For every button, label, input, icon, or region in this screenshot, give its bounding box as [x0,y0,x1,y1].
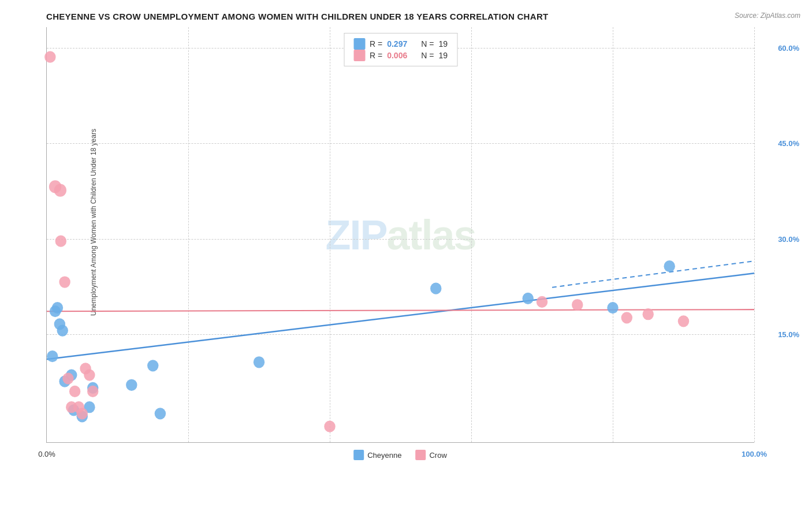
grid-line-45 [47,143,754,144]
chart-title: CHEYENNE VS CROW UNEMPLOYMENT AMONG WOME… [12,12,800,21]
legend-box: R = 0.297 N = 19 R = 0.006 N = 19 [344,33,457,66]
crow-point [537,296,547,308]
crow-point [678,315,689,327]
bottom-legend: Cheyenne Crow [353,450,447,460]
cheyenne-point [66,369,77,380]
legend-r-value-1: 0.297 [387,39,407,48]
grid-line-v3 [471,27,472,442]
crow-trend-line [47,309,754,311]
legend-row-crow: R = 0.006 N = 19 [353,50,448,61]
legend-swatch-crow [415,450,426,460]
cheyenne-point [59,376,70,387]
chart-area: Unemployment Among Women with Children U… [46,27,754,466]
crow-point [73,401,84,413]
cheyenne-point [664,260,675,272]
y-tick-45: 45.0% [778,139,799,148]
bottom-legend-cheyenne: Cheyenne [353,450,401,460]
legend-r-value-2: 0.006 [387,51,407,60]
crow-point [572,299,583,311]
cheyenne-point [147,360,158,371]
grid-line-v2 [330,27,330,442]
y-tick-15: 15.0% [778,330,799,339]
cheyenne-point [77,410,88,422]
x-tick-0: 0.0% [38,450,55,458]
grid-line-v1 [188,27,189,442]
legend-n-value-1: 19 [438,39,448,48]
legend-r-label-1: R = [370,39,382,48]
plot-area: ZIPatlas 60.0% 45.0% 30.0% 15.0% 0.0% 10… [46,27,754,443]
crow-point [49,180,61,193]
grid-line-15 [47,334,754,335]
cheyenne-point [52,302,63,314]
cheyenne-point [126,379,137,391]
cheyenne-point [50,305,61,317]
legend-color-cheyenne [353,38,365,50]
legend-label-cheyenne: Cheyenne [367,451,401,460]
crow-point [54,184,66,196]
legend-row-cheyenne: R = 0.297 N = 19 [353,38,448,50]
legend-color-crow [353,50,365,61]
cheyenne-point [87,382,98,394]
crow-point [643,308,654,320]
legend-n-label-2: N = [421,51,434,60]
crow-point [62,372,73,384]
legend-n-value-2: 19 [438,51,448,60]
crow-point [66,401,77,413]
cheyenne-trend-extension [552,261,754,288]
y-tick-30: 30.0% [778,234,799,243]
legend-swatch-cheyenne [353,450,364,460]
crow-point [59,276,70,288]
cheyenne-point [54,318,65,330]
y-tick-60: 60.0% [778,43,799,52]
watermark-zip: ZIP [325,212,386,258]
chart-container: CHEYENNE VS CROW UNEMPLOYMENT AMONG WOME… [0,0,812,515]
chart-svg [47,27,754,442]
crow-point [44,51,55,63]
cheyenne-point [254,356,265,368]
crow-point [77,408,88,419]
x-tick-100: 100.0% [742,450,767,458]
crow-point [69,386,80,397]
crow-point [621,312,632,323]
grid-line-v4 [613,27,613,442]
cheyenne-point [68,404,79,416]
cheyenne-point [155,408,166,419]
legend-r-label-2: R = [370,51,382,60]
cheyenne-trend-line [47,273,754,359]
crow-point [80,363,91,374]
watermark-atlas: atlas [386,212,475,258]
legend-n-label-1: N = [421,39,434,48]
legend-label-crow: Crow [429,451,446,460]
crow-point [55,236,66,247]
bottom-legend-crow: Crow [415,450,446,460]
source-label: Source: ZipAtlas.com [735,12,800,20]
crow-point [87,386,98,397]
grid-line-30 [47,239,754,240]
cheyenne-point [430,283,441,294]
grid-line-v5 [754,27,755,442]
watermark: ZIPatlas [325,211,475,259]
cheyenne-point [47,350,58,362]
cheyenne-point [522,293,533,304]
crow-point [84,369,95,380]
cheyenne-point [84,401,95,413]
